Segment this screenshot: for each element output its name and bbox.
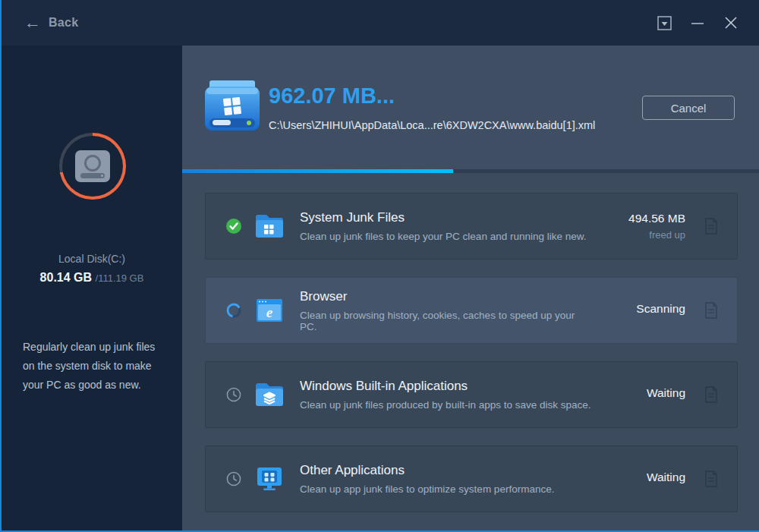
sidebar-description: Regularly clean up junk files on the sys…: [23, 338, 167, 395]
windows-folder-icon: [254, 213, 285, 239]
task-status-value: 494.56 MB freed up: [594, 212, 685, 241]
back-label: Back: [49, 16, 78, 30]
layers-folder-icon: [254, 382, 285, 408]
browser-icon: e: [255, 297, 284, 323]
clock-icon: [225, 471, 242, 487]
task-status-value: Waiting: [594, 471, 685, 488]
report-doc-icon: [704, 218, 718, 235]
disk-usage-ring: [59, 133, 126, 200]
task-list: System Junk Files Clean up junk files to…: [182, 173, 759, 530]
close-icon: [723, 15, 739, 30]
sidebar: Local Disk(C:) 80.14 GB /111.19 GB Regul…: [2, 46, 182, 530]
task-title: System Junk Files: [300, 210, 594, 225]
svg-text:e: e: [266, 304, 273, 320]
scan-header: 962.07 MB... C:\Users\ZHIHUI\AppData\Loc…: [182, 46, 759, 169]
task-description: Clean up junk files to keep your PC clea…: [300, 231, 594, 242]
window-menu-button[interactable]: [653, 11, 676, 34]
check-circle-icon: [225, 218, 242, 235]
freed-amount: 494.56 MB: [594, 212, 685, 225]
report-doc-icon: [704, 471, 718, 487]
disk-size: 80.14 GB /111.19 GB: [2, 271, 182, 285]
back-arrow-icon: ←: [24, 14, 41, 31]
task-status-value: Waiting: [594, 386, 685, 404]
app-window: ← Back: [0, 0, 759, 532]
freed-label: freed up: [594, 229, 685, 241]
task-row-system-junk[interactable]: System Junk Files Clean up junk files to…: [205, 193, 738, 260]
report-button[interactable]: [704, 218, 719, 235]
report-button[interactable]: [704, 386, 719, 403]
task-description: Clean up app junk files to optimize syst…: [300, 483, 594, 495]
task-title: Browser: [300, 289, 594, 304]
clock-icon: [225, 386, 242, 403]
task-description: Clean up junk files produced by built-in…: [300, 399, 594, 411]
task-title: Other Applications: [300, 463, 594, 478]
freed-size-text: 962.07 MB...: [269, 83, 395, 109]
task-title: Windows Built-in Applications: [300, 379, 594, 394]
task-status-value: Scanning: [594, 302, 685, 320]
apps-monitor-icon: [255, 466, 284, 492]
task-description: Clean up browsing history, cookies, cach…: [300, 310, 594, 332]
status-text: Waiting: [594, 386, 685, 400]
task-row-other-apps[interactable]: Other Applications Clean up app junk fil…: [205, 445, 738, 512]
back-button[interactable]: ← Back: [24, 14, 78, 31]
status-text: Scanning: [594, 302, 685, 316]
disk-name: Local Disk(C:): [2, 253, 182, 265]
close-button[interactable]: [720, 11, 742, 34]
cancel-button[interactable]: Cancel: [642, 96, 735, 120]
task-row-browser[interactable]: e Browser Clean up browsing history, coo…: [205, 277, 738, 344]
report-button[interactable]: [704, 302, 719, 319]
minimize-icon: [690, 15, 705, 30]
scanning-path: C:\Users\ZHIHUI\AppData\Loca...re\6XDW2C…: [269, 119, 630, 131]
main-panel: 962.07 MB... C:\Users\ZHIHUI\AppData\Loc…: [182, 46, 759, 530]
disk-used: 80.14 GB: [40, 271, 92, 284]
titlebar: ← Back: [2, 0, 759, 46]
disk-usage-ring-hole: [62, 136, 123, 197]
disk-drive-icon: [75, 150, 110, 182]
status-text: Waiting: [594, 471, 685, 484]
disk-total: /111.19 GB: [96, 272, 144, 284]
window-menu-icon: [657, 16, 672, 30]
report-button[interactable]: [704, 471, 719, 487]
report-doc-icon: [704, 302, 718, 319]
report-doc-icon: [704, 386, 718, 403]
task-row-builtin-apps[interactable]: Windows Built-in Applications Clean up j…: [205, 361, 738, 428]
window-controls: [653, 11, 742, 34]
drive-icon: [200, 74, 264, 138]
minimize-button[interactable]: [686, 11, 709, 34]
spinner-icon: [225, 302, 242, 319]
